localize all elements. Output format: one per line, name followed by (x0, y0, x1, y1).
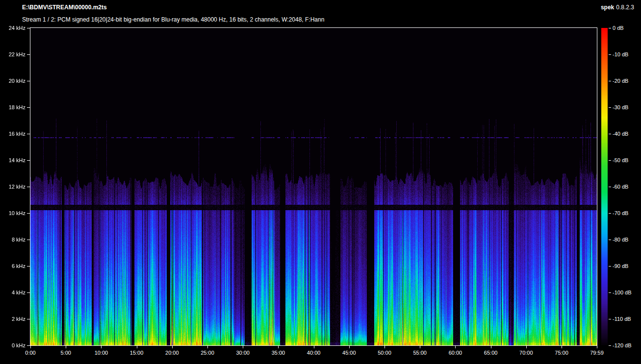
freq-tick-mark (27, 160, 30, 161)
time-tick-mark (349, 346, 350, 348)
db-tick-label: -30 dB (613, 104, 628, 110)
db-tick-mark (609, 134, 611, 134)
stream-info: Stream 1 / 2: PCM signed 16|20|24-bit bi… (22, 16, 324, 23)
time-tick-mark (455, 346, 456, 348)
file-path-title: E:\BDMV\STREAM\00000.m2ts (22, 4, 107, 11)
db-tick-mark (609, 266, 611, 267)
freq-tick-mark (27, 240, 30, 240)
time-tick-label: 25:00 (195, 350, 220, 356)
freq-tick-mark (27, 134, 30, 134)
db-tick-label: -20 dB (613, 78, 628, 84)
db-tick-label: -10 dB (613, 51, 628, 57)
freq-tick-label: 0 kHz (4, 342, 26, 348)
time-tick-label: 50:00 (372, 350, 397, 356)
db-tick-mark (609, 160, 611, 161)
time-tick-label: 40:00 (301, 350, 327, 356)
time-tick-label: 65:00 (478, 350, 504, 356)
time-tick-label: 75:00 (549, 350, 574, 356)
time-tick-mark (243, 346, 243, 348)
time-tick-mark (172, 346, 173, 348)
freq-tick-mark (27, 28, 30, 28)
freq-tick-label: 24 kHz (4, 25, 26, 31)
db-tick-label: -90 dB (613, 263, 628, 269)
time-tick-label: 15:00 (124, 350, 150, 356)
freq-tick-label: 6 kHz (4, 263, 26, 269)
time-tick-label: 79:59 (584, 350, 610, 356)
time-tick-mark (30, 346, 31, 348)
db-tick-mark (609, 345, 611, 346)
time-tick-label: 10:00 (88, 350, 114, 356)
time-tick-label: 55:00 (407, 350, 433, 356)
freq-tick-label: 22 kHz (4, 51, 26, 57)
freq-tick-label: 14 kHz (4, 157, 26, 163)
db-tick-label: -110 dB (613, 316, 631, 322)
time-tick-mark (420, 346, 420, 348)
freq-tick-mark (27, 319, 30, 319)
time-tick-mark (491, 346, 491, 348)
db-tick-mark (609, 240, 611, 240)
spectrogram-canvas (30, 28, 597, 345)
time-tick-mark (314, 346, 314, 348)
time-tick-mark (66, 346, 66, 348)
time-tick-mark (526, 346, 527, 348)
freq-tick-label: 16 kHz (4, 131, 26, 137)
time-tick-label: 0:00 (18, 350, 43, 356)
db-tick-label: -50 dB (613, 157, 628, 163)
time-tick-mark (562, 346, 562, 348)
time-tick-label: 35:00 (265, 350, 291, 356)
spek-window: E:\BDMV\STREAM\00000.m2ts spek0.8.2.3 St… (0, 0, 641, 364)
freq-tick-label: 18 kHz (4, 104, 26, 110)
db-tick-label: -100 dB (613, 290, 632, 295)
time-tick-label: 60:00 (442, 350, 468, 356)
freq-tick-mark (27, 187, 30, 187)
db-tick-mark (609, 28, 611, 28)
time-tick-mark (597, 346, 597, 348)
freq-tick-label: 2 kHz (4, 316, 26, 322)
freq-tick-label: 20 kHz (4, 78, 26, 84)
db-tick-mark (609, 213, 611, 214)
freq-tick-mark (27, 266, 30, 267)
db-tick-mark (609, 107, 611, 108)
freq-tick-mark (27, 213, 30, 214)
db-tick-mark (609, 292, 611, 293)
time-tick-mark (278, 346, 279, 348)
time-tick-label: 20:00 (159, 350, 185, 356)
db-tick-mark (609, 81, 611, 81)
time-tick-label: 70:00 (513, 350, 539, 356)
time-tick-label: 45:00 (336, 350, 362, 356)
db-tick-label: -60 dB (613, 184, 628, 190)
db-tick-mark (609, 187, 611, 187)
app-name: spek (601, 4, 614, 11)
db-tick-mark (609, 319, 611, 319)
freq-tick-mark (27, 107, 30, 108)
app-version: spek0.8.2.3 (601, 4, 634, 11)
time-tick-mark (385, 346, 385, 348)
spectrogram-plot-frame (30, 27, 597, 346)
db-tick-label: -120 dB (613, 342, 632, 348)
freq-tick-mark (27, 54, 30, 55)
freq-tick-mark (27, 292, 30, 293)
freq-tick-label: 12 kHz (4, 184, 26, 190)
freq-tick-mark (27, 345, 30, 346)
db-tick-label: 0 dB (613, 25, 624, 31)
time-tick-mark (207, 346, 208, 348)
time-tick-label: 5:00 (53, 350, 78, 356)
time-tick-mark (137, 346, 137, 348)
db-tick-label: -80 dB (613, 237, 628, 243)
app-version-number: 0.8.2.3 (616, 4, 634, 11)
db-colorbar (601, 28, 608, 345)
freq-tick-mark (27, 81, 30, 81)
db-tick-label: -40 dB (613, 131, 628, 137)
db-tick-label: -70 dB (613, 210, 628, 216)
time-tick-label: 30:00 (230, 350, 256, 356)
freq-tick-label: 4 kHz (4, 290, 26, 295)
freq-tick-label: 10 kHz (4, 210, 26, 216)
freq-tick-label: 8 kHz (4, 237, 26, 243)
time-tick-mark (101, 346, 102, 348)
db-tick-mark (609, 54, 611, 55)
